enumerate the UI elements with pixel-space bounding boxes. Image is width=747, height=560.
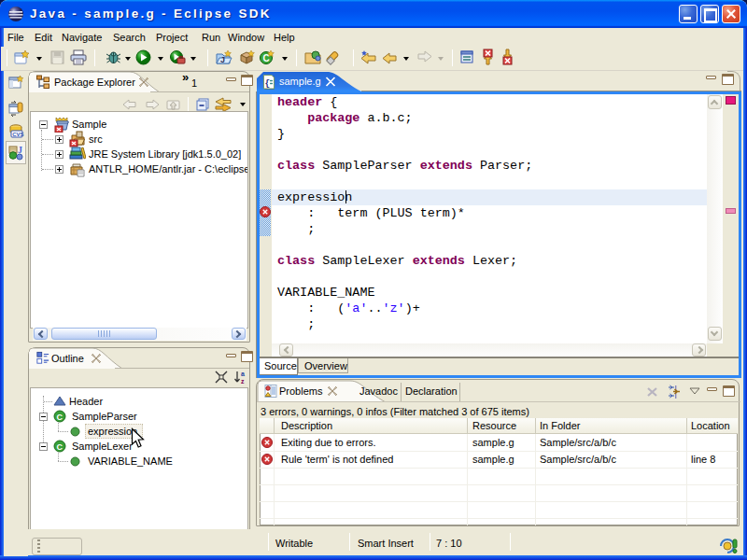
svg-text:J: J bbox=[220, 55, 225, 64]
svg-text:C: C bbox=[57, 413, 63, 422]
svg-text:C: C bbox=[263, 53, 270, 63]
svg-text:a: a bbox=[241, 371, 245, 377]
svg-text:{: { bbox=[265, 78, 271, 89]
svg-text:CVS: CVS bbox=[12, 132, 23, 137]
svg-text:J: J bbox=[18, 145, 22, 155]
svg-text:C: C bbox=[57, 442, 63, 452]
svg-text:z: z bbox=[241, 378, 245, 385]
